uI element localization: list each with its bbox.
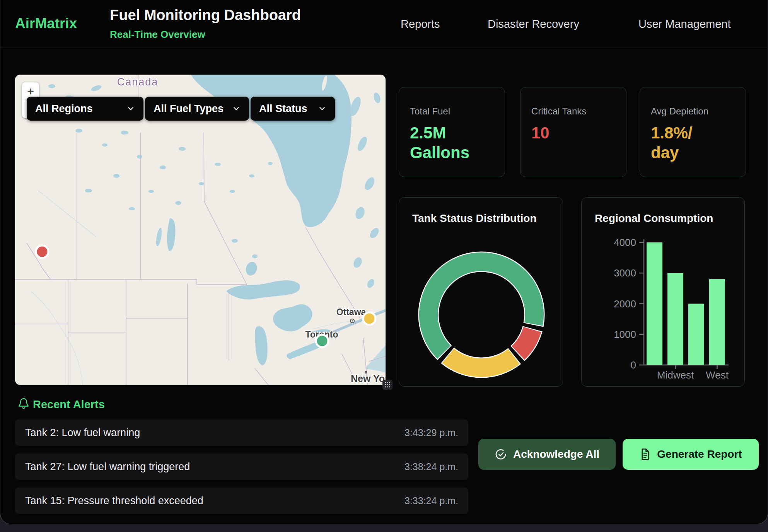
- tank-status-card: Tank Status Distribution: [399, 197, 563, 387]
- regional-consumption-card: Regional Consumption 01000200030004000Mi…: [581, 197, 745, 387]
- stat-value: 2.5M Gallons: [410, 123, 469, 162]
- generate-report-label: Generate Report: [657, 448, 742, 460]
- alert-text: Tank 27: Low fuel warning triggered: [25, 461, 190, 473]
- brand-logo: AirMatrix: [15, 15, 77, 32]
- map-town-dot-ottawa-center: [352, 320, 353, 321]
- page-subtitle: Real-Time Overview: [110, 29, 205, 41]
- chevron-down-icon: [318, 104, 326, 113]
- bar-2: [688, 304, 704, 365]
- x-tick-label: West: [706, 369, 729, 381]
- bell-icon: [17, 397, 30, 410]
- stat-label: Critical Tanks: [531, 106, 586, 117]
- header: AirMatrix Fuel Monitoring Dashboard Real…: [0, 0, 768, 48]
- y-tick-label: 0: [631, 359, 636, 371]
- chevron-down-icon: [232, 104, 241, 113]
- map-canvas: Canada Ottawa Toronto New York: [15, 75, 386, 385]
- stat-label: Total Fuel: [410, 106, 450, 117]
- screen: AirMatrix Fuel Monitoring Dashboard Real…: [0, 0, 768, 532]
- map-marker-critical[interactable]: [36, 246, 48, 258]
- dashboard-container: AirMatrix Fuel Monitoring Dashboard Real…: [0, 0, 768, 524]
- alert-time: 3:43:29 p.m.: [404, 427, 458, 438]
- regional-consumption-bar-chart: 01000200030004000MidwestWest: [582, 198, 745, 387]
- stat-label: Avg Depletion: [651, 106, 708, 117]
- chevron-down-icon: [126, 104, 135, 113]
- bar-0: [647, 242, 662, 365]
- alert-text: Tank 15: Pressure threshold exceeded: [25, 495, 203, 507]
- alert-row: Tank 2: Low fuel warning 3:43:29 p.m.: [15, 419, 468, 446]
- bar-3: [709, 279, 725, 365]
- y-tick-label: 1000: [614, 329, 636, 340]
- acknowledge-all-button[interactable]: Acknowledge All: [478, 439, 616, 470]
- acknowledge-all-label: Acknowledge All: [513, 448, 599, 460]
- alerts-heading: Recent Alerts: [33, 398, 105, 411]
- stat-value: 10: [531, 123, 550, 143]
- alert-row: Tank 27: Low fuel warning triggered 3:38…: [15, 454, 468, 480]
- fuel-map[interactable]: Canada Ottawa Toronto New York + − All R…: [15, 75, 386, 385]
- filter-status[interactable]: All Status: [251, 97, 335, 121]
- y-tick-label: 4000: [614, 237, 636, 248]
- y-tick-label: 3000: [614, 267, 636, 279]
- stat-value: 1.8%/ day: [651, 123, 692, 162]
- alert-text: Tank 2: Low fuel warning: [25, 427, 140, 439]
- stat-card-avg-depletion: Avg Depletion 1.8%/ day: [640, 87, 746, 177]
- x-tick-label: Midwest: [657, 369, 694, 381]
- stat-card-total-fuel: Total Fuel 2.5M Gallons: [399, 87, 505, 177]
- nav-reports[interactable]: Reports: [401, 18, 440, 31]
- filter-fuel-types[interactable]: All Fuel Types: [145, 97, 249, 121]
- nav-user-management[interactable]: User Management: [638, 18, 731, 31]
- alert-time: 3:33:24 p.m.: [404, 495, 458, 506]
- bar-1: [667, 273, 683, 365]
- alert-row: Tank 15: Pressure threshold exceeded 3:3…: [15, 488, 468, 514]
- map-marker-normal[interactable]: [316, 335, 328, 347]
- map-resize-handle[interactable]: [382, 380, 393, 390]
- y-tick-label: 2000: [614, 298, 636, 310]
- filter-fuel-types-label: All Fuel Types: [154, 103, 224, 115]
- tank-status-donut-chart: [399, 198, 563, 387]
- filter-status-label: All Status: [259, 103, 307, 115]
- map-label-canada: Canada: [117, 76, 159, 88]
- page-title: Fuel Monitoring Dashboard: [110, 7, 301, 24]
- alert-time: 3:38:24 p.m.: [404, 461, 458, 472]
- filter-regions[interactable]: All Regions: [27, 97, 143, 121]
- filter-regions-label: All Regions: [35, 103, 93, 115]
- stat-card-critical-tanks: Critical Tanks 10: [520, 87, 626, 177]
- document-icon: [639, 448, 651, 460]
- generate-report-button[interactable]: Generate Report: [623, 439, 759, 470]
- map-label-ottawa: Ottawa: [336, 307, 366, 317]
- map-label-new-york: New York: [351, 373, 386, 384]
- nav-disaster-recovery[interactable]: Disaster Recovery: [488, 18, 579, 31]
- check-circle-icon: [495, 448, 507, 460]
- map-marker-warning[interactable]: [363, 312, 375, 325]
